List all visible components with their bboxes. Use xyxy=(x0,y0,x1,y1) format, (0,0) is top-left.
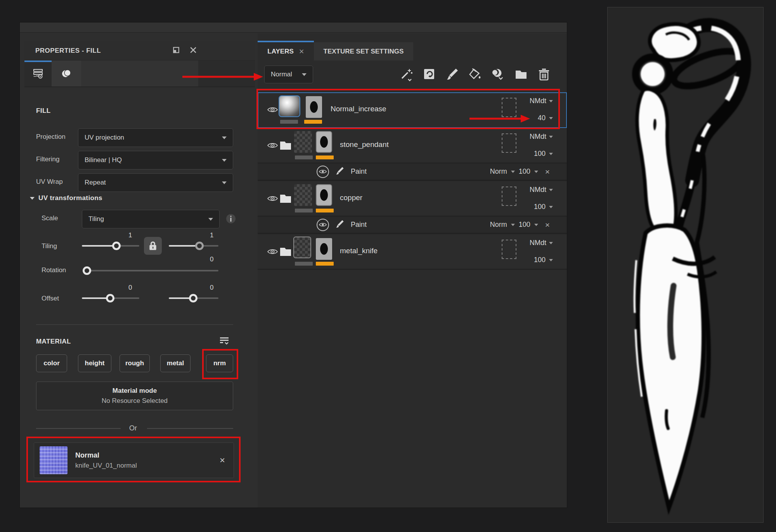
blend-mode-select[interactable]: Normal xyxy=(264,66,313,83)
group-folder-icon xyxy=(279,140,292,152)
effect-blend-mode[interactable]: Norm xyxy=(490,168,507,176)
info-icon[interactable] xyxy=(225,213,236,226)
visibility-eye-icon[interactable] xyxy=(267,142,278,150)
channel-button-metal[interactable]: metal xyxy=(160,354,191,372)
rotation-value: 0 xyxy=(210,256,213,263)
visibility-eye-icon[interactable] xyxy=(267,248,278,257)
divider xyxy=(24,86,255,87)
blend-mode-control[interactable]: NMdt xyxy=(530,97,553,105)
add-folder-icon[interactable] xyxy=(514,67,528,81)
normal-map-thumbnail xyxy=(40,446,68,474)
divider xyxy=(36,428,121,429)
layer-content-thumbnail[interactable] xyxy=(279,95,300,117)
visibility-eye-icon[interactable] xyxy=(267,195,278,204)
chevron-down-icon xyxy=(208,218,213,221)
material-options-icon[interactable] xyxy=(218,335,230,348)
channel-button-height[interactable]: height xyxy=(78,354,111,372)
tiling-x-slider[interactable] xyxy=(82,240,139,252)
texture-set-settings-label: TEXTURE SET SETTINGS xyxy=(324,48,404,55)
paint-effect-row[interactable]: Paint Norm 100 × xyxy=(258,164,567,181)
layer-row-metal-knife[interactable]: metal_knife NMdt 100 xyxy=(258,234,567,270)
paint-effect-row[interactable]: Paint Norm 100 × xyxy=(258,217,567,234)
channel-button-color[interactable]: color xyxy=(36,354,67,372)
blend-mode-label: NMdt xyxy=(530,239,546,247)
tiling-x-value: 1 xyxy=(128,231,132,239)
offset-label: Offset xyxy=(42,295,59,302)
blend-mode-control[interactable]: NMdt xyxy=(530,239,553,247)
chevron-down-icon xyxy=(222,159,227,162)
opacity-control[interactable]: 40 xyxy=(538,114,553,122)
chevron-down-icon xyxy=(534,171,538,173)
mask-indicator-bar xyxy=(316,209,334,212)
uvwrap-label: UV Wrap xyxy=(36,178,63,186)
visibility-eye-icon[interactable] xyxy=(267,106,278,115)
layer-content-thumbnail[interactable] xyxy=(293,237,311,258)
offset-y-value: 0 xyxy=(210,284,213,292)
effect-opacity[interactable]: 100 xyxy=(519,221,530,229)
layer-mask-thumbnail[interactable] xyxy=(306,96,322,118)
content-indicator-bar xyxy=(295,262,313,266)
remove-effect-icon[interactable]: × xyxy=(545,220,550,230)
material-mode-button[interactable]: Material mode No Resource Selected xyxy=(36,382,233,410)
effect-visibility-eye-icon[interactable] xyxy=(317,219,329,231)
remove-resource-icon[interactable]: × xyxy=(220,455,225,466)
fill-bucket-icon[interactable] xyxy=(469,67,482,81)
blend-mode-control[interactable]: NMdt xyxy=(530,133,553,141)
content-indicator-bar xyxy=(295,155,313,159)
layer-name: metal_knife xyxy=(340,247,378,255)
add-paint-layer-brush-icon[interactable] xyxy=(446,67,459,81)
opacity-control[interactable]: 100 xyxy=(534,150,553,158)
tab-fill-settings[interactable] xyxy=(24,60,52,86)
layer-content-thumbnail[interactable] xyxy=(294,131,312,153)
add-fill-layer-icon[interactable] xyxy=(423,67,436,81)
effect-name: Paint xyxy=(351,221,367,229)
layer-row-normal-increase[interactable]: Normal_increase NMdt 40 xyxy=(258,92,567,128)
normal-resource-card[interactable]: Normal knife_UV_01_normal × xyxy=(34,442,234,478)
or-label: Or xyxy=(129,424,137,432)
layer-row-copper[interactable]: copper NMdt 100 xyxy=(258,181,567,217)
tab-material-properties[interactable] xyxy=(52,60,81,86)
dock-window: PROPERTIES - FILL xyxy=(19,22,567,508)
uvwrap-select[interactable]: Repeat xyxy=(78,173,233,192)
layer-mask-thumbnail[interactable] xyxy=(316,131,332,153)
close-tab-icon[interactable]: × xyxy=(299,47,304,57)
layer-content-thumbnail[interactable] xyxy=(294,184,312,206)
uv-transformations-header[interactable]: UV transformations xyxy=(30,194,102,202)
tab-texture-set-settings[interactable]: TEXTURE SET SETTINGS xyxy=(314,42,413,60)
offset-x-value: 0 xyxy=(128,284,132,292)
channel-button-nrm[interactable]: nrm xyxy=(206,354,233,372)
delete-layer-trash-icon[interactable] xyxy=(537,67,551,81)
chevron-down-icon xyxy=(222,181,227,184)
tiling-lock-button[interactable] xyxy=(144,237,162,255)
filtering-select[interactable]: Bilinear | HQ xyxy=(78,151,233,169)
layer-mask-thumbnail[interactable] xyxy=(316,238,332,260)
tab-layers[interactable]: LAYERS × xyxy=(258,42,314,60)
handle-shape xyxy=(637,89,676,229)
effect-visibility-eye-icon[interactable] xyxy=(317,166,329,178)
undock-panel-icon[interactable] xyxy=(173,47,180,55)
rotation-slider[interactable] xyxy=(83,265,218,276)
layer-name: Normal_increase xyxy=(331,105,386,113)
blend-mode-control[interactable]: NMdt xyxy=(530,186,553,194)
material-mode-subtitle: No Resource Selected xyxy=(102,397,168,405)
blend-mode-label: NMdt xyxy=(530,133,546,141)
close-panel-icon[interactable] xyxy=(190,47,197,55)
offset-y-slider[interactable] xyxy=(169,292,218,304)
material-sphere-icon[interactable] xyxy=(492,67,505,81)
scale-select[interactable]: Tiling xyxy=(82,210,220,228)
tiling-y-slider[interactable] xyxy=(169,240,218,252)
layer-mask-thumbnail[interactable] xyxy=(316,184,332,206)
opacity-control[interactable]: 100 xyxy=(534,256,553,264)
projection-select[interactable]: UV projection xyxy=(78,128,233,147)
channel-button-rough[interactable]: rough xyxy=(120,354,150,372)
layer-anchor-placeholder xyxy=(502,98,516,117)
opacity-control[interactable]: 100 xyxy=(534,203,553,211)
layer-row-stone-pendant[interactable]: stone_pendant NMdt 100 xyxy=(258,128,567,164)
smart-material-wand-icon[interactable] xyxy=(400,67,413,81)
offset-x-slider[interactable] xyxy=(82,292,139,304)
effect-opacity[interactable]: 100 xyxy=(519,168,530,176)
chevron-down-icon xyxy=(302,73,307,76)
remove-effect-icon[interactable]: × xyxy=(545,167,550,176)
material-section-heading: MATERIAL xyxy=(36,338,71,345)
effect-blend-mode[interactable]: Norm xyxy=(490,221,507,229)
